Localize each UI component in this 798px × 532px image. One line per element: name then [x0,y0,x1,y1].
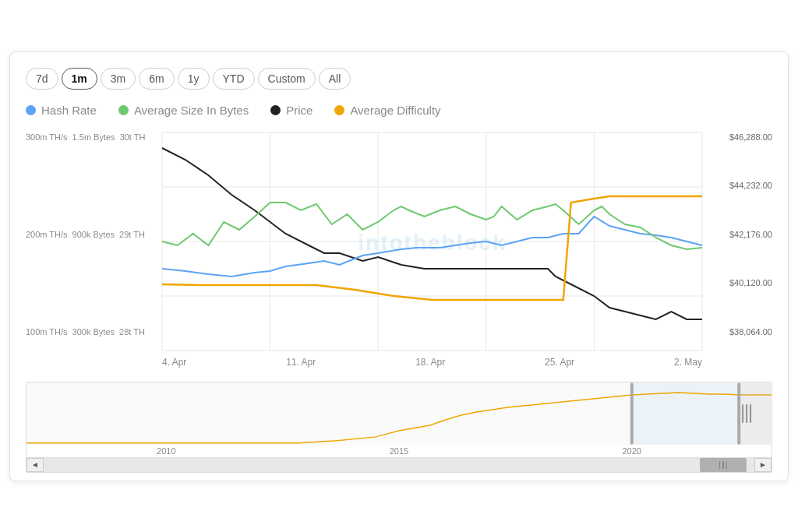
svg-rect-18 [740,382,771,445]
y-label-row-left: 100m TH/s300k Bytes28t TH [26,327,158,336]
legend-dot-avg-difficulty [334,105,344,115]
main-chart-svg [162,132,702,351]
y-label-value: 100m TH/s [26,327,68,336]
mini-x-label: 2020 [622,446,641,456]
svg-rect-12 [632,382,740,445]
y-label-right: $46,288.00 [729,132,772,142]
x-label: 4. Apr [162,357,186,368]
y-label-value: 30t TH [120,132,146,142]
grip-line-3 [726,461,728,469]
main-chart-wrapper: 300m TH/s1.5m Bytes30t TH200m TH/s900k B… [26,132,772,368]
svg-rect-13 [630,382,634,445]
legend-dot-price [270,105,281,115]
scrollbar: ◄ ► [26,457,772,472]
x-label: 11. Apr [286,357,316,368]
y-label-right: $40,120.00 [729,278,772,287]
time-btn-6m[interactable]: 6m [139,68,174,90]
y-label-right: $38,064.00 [729,327,772,336]
scroll-right-arrow[interactable]: ► [754,458,772,472]
x-label: 18. Apr [415,357,445,368]
y-labels-right: $46,288.00$44,232.00$42,176.00$40,120.00… [729,132,772,336]
price-line [162,148,702,319]
chart-container: 7d1m3m6m1yYTDCustomAll Hash Rate Average… [9,51,789,481]
mini-x-label: 2010 [157,446,175,456]
y-label-value: 28t TH [119,327,145,336]
time-btn-custom[interactable]: Custom [258,68,316,90]
grip-line-2 [722,461,724,469]
x-labels: 4. Apr11. Apr18. Apr25. Apr2. May [162,357,702,368]
legend-label-hash-rate: Hash Rate [41,104,97,117]
x-label: 2. May [674,357,702,368]
y-label-value: 300k Bytes [72,327,115,336]
legend-label-avg-size: Average Size In Bytes [134,104,249,117]
mini-chart-wrapper: 201020152020 ◄ ► [26,382,772,473]
legend-item-avg-size: Average Size In Bytes [118,104,249,117]
time-btn-1y[interactable]: 1y [178,68,210,90]
time-btn-1m[interactable]: 1m [62,68,97,90]
mini-chart-svg [26,382,772,445]
y-label-value: 200m TH/s [26,230,68,239]
time-btn-ytd[interactable]: YTD [213,68,255,90]
y-label-right: $44,232.00 [729,181,772,190]
y-label-value: 300m TH/s [26,132,68,142]
mini-x-label: 2015 [390,446,408,456]
legend-label-price: Price [286,104,312,117]
y-label-value: 29t TH [119,230,145,239]
y-label-row-left: 200m TH/s900k Bytes29t TH [26,230,158,239]
y-label-value: 900k Bytes [72,230,115,239]
time-btn-7d[interactable]: 7d [26,68,58,90]
time-btn-3m[interactable]: 3m [101,68,136,90]
legend-dot-avg-size [118,105,129,115]
scroll-track[interactable] [44,458,754,472]
scroll-thumb[interactable] [700,458,747,472]
grip-line-1 [719,461,721,469]
y-label-row-left: 300m TH/s1.5m Bytes30t TH [26,132,158,142]
legend-item-price: Price [270,104,312,117]
y-label-right: $42,176.00 [729,230,772,239]
legend: Hash Rate Average Size In Bytes Price Av… [26,104,772,117]
avg-size-line [162,203,702,249]
mini-x-labels: 201020152020 [26,445,772,457]
legend-dot-hash-rate [26,105,36,115]
y-label-value: 1.5m Bytes [72,132,115,142]
svg-chart-area: intotheblock [162,132,702,354]
scroll-left-arrow[interactable]: ◄ [26,458,44,472]
y-labels-left: 300m TH/s1.5m Bytes30t TH200m TH/s900k B… [26,132,158,336]
time-buttons: 7d1m3m6m1yYTDCustomAll [26,68,772,90]
x-label: 25. Apr [545,357,574,368]
scroll-thumb-grip [719,461,728,469]
legend-item-hash-rate: Hash Rate [26,104,97,117]
time-btn-all[interactable]: All [319,68,351,90]
legend-item-avg-difficulty: Average Difficulty [334,104,440,117]
legend-label-avg-difficulty: Average Difficulty [350,104,440,117]
